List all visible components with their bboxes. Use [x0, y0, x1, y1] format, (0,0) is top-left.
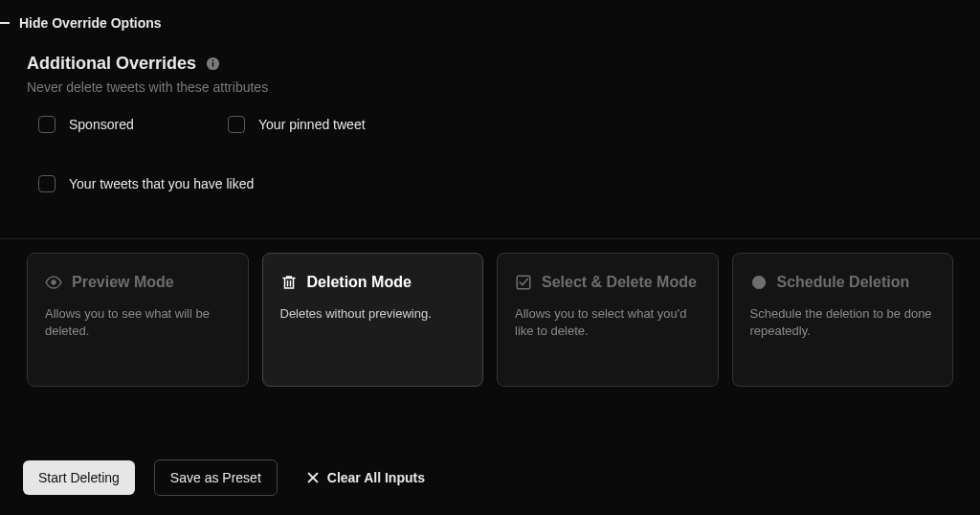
mode-title: Schedule Deletion: [777, 273, 910, 292]
checkbox-box-icon: [228, 116, 245, 133]
checkbox-box-icon: [38, 116, 56, 133]
clear-all-label: Clear All Inputs: [327, 470, 425, 485]
svg-rect-4: [517, 276, 530, 289]
checkbox-label: Your pinned tweet: [258, 117, 366, 132]
collapse-label: Hide Override Options: [19, 15, 162, 31]
checkbox-sponsored[interactable]: Sponsored: [38, 116, 172, 133]
checkbox-grid: Sponsored Your pinned tweet Your tweets …: [27, 116, 953, 192]
save-preset-button[interactable]: Save as Preset: [154, 459, 278, 496]
mode-preview[interactable]: Preview Mode Allows you to see what will…: [27, 253, 249, 387]
minus-icon: [0, 22, 10, 24]
mode-title: Select & Delete Mode: [542, 273, 697, 292]
trash-icon: [280, 274, 298, 291]
eye-icon: [45, 274, 62, 291]
info-icon[interactable]: [206, 56, 220, 71]
check-square-icon: [515, 274, 532, 291]
checkbox-pinned[interactable]: Your pinned tweet: [228, 116, 366, 133]
mode-description: Allows you to select what you'd like to …: [515, 305, 701, 340]
checkbox-liked[interactable]: Your tweets that you have liked: [38, 175, 254, 192]
svg-rect-2: [212, 60, 214, 62]
mode-cards: Preview Mode Allows you to see what will…: [0, 239, 980, 387]
hide-override-toggle[interactable]: Hide Override Options: [0, 0, 980, 31]
checkbox-label: Sponsored: [69, 117, 134, 132]
svg-point-3: [52, 280, 56, 285]
additional-overrides-section: Additional Overrides Never delete tweets…: [0, 31, 980, 192]
svg-rect-1: [212, 62, 214, 67]
section-description: Never delete tweets with these attribute…: [27, 79, 953, 95]
mode-deletion[interactable]: Deletion Mode Deletes without previewing…: [262, 253, 484, 387]
mode-schedule[interactable]: Schedule Deletion Schedule the deletion …: [732, 253, 954, 387]
x-icon: [306, 471, 320, 484]
clock-icon: [750, 274, 768, 291]
start-deleting-button[interactable]: Start Deleting: [23, 460, 135, 495]
mode-description: Allows you to see what will be deleted.: [45, 305, 231, 340]
checkbox-label: Your tweets that you have liked: [69, 176, 254, 191]
section-title: Additional Overrides: [27, 54, 196, 74]
mode-description: Schedule the deletion to be done repeate…: [750, 305, 936, 340]
mode-title: Preview Mode: [72, 273, 174, 292]
mode-select-delete[interactable]: Select & Delete Mode Allows you to selec…: [497, 253, 719, 387]
section-header: Additional Overrides: [27, 54, 953, 74]
mode-title: Deletion Mode: [307, 273, 412, 292]
action-bar: Start Deleting Save as Preset Clear All …: [23, 459, 425, 496]
mode-description: Deletes without previewing.: [280, 305, 466, 323]
clear-all-button[interactable]: Clear All Inputs: [306, 470, 425, 485]
checkbox-box-icon: [38, 175, 56, 192]
